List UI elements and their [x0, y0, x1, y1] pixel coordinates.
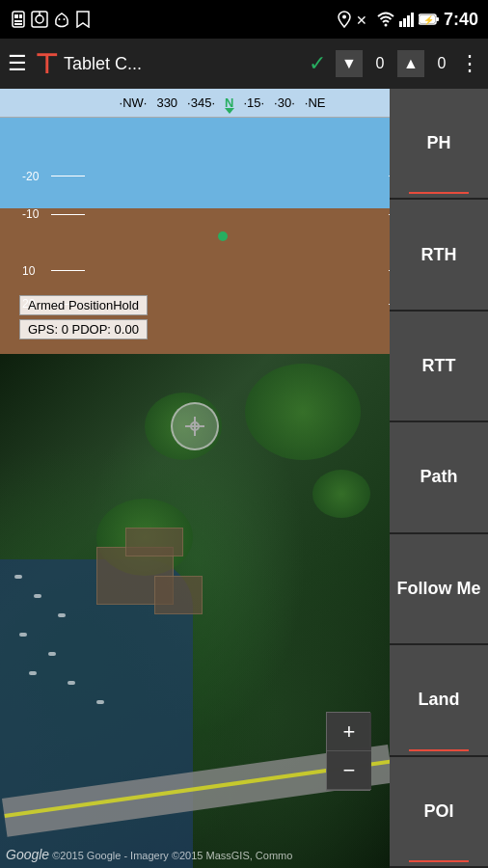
- svg-text:⚡: ⚡: [423, 14, 435, 26]
- compass-north: N: [220, 95, 238, 110]
- overflow-menu[interactable]: ⋮: [459, 51, 480, 76]
- svg-rect-18: [436, 17, 439, 21]
- hamburger-menu[interactable]: ☰: [8, 51, 27, 76]
- download-count: 0: [372, 55, 388, 72]
- tree-cluster-1: [245, 364, 361, 460]
- app-icon: [52, 11, 71, 28]
- clock: 7:40: [444, 10, 478, 30]
- side-panel: PH RTH RTT Path Follow Me Land POI: [390, 89, 488, 868]
- tree-cluster-3: [312, 470, 370, 518]
- compass-30: ·30·: [269, 95, 300, 110]
- svg-point-10: [342, 15, 346, 19]
- boat-2: [48, 652, 56, 656]
- ph-underline: [409, 192, 468, 194]
- rtt-button[interactable]: RTT: [390, 312, 488, 422]
- app-title: Tablet C...: [64, 54, 309, 74]
- zoom-controls: + −: [326, 712, 370, 791]
- poi-label: POI: [423, 801, 453, 822]
- status-bar: ✕ ⚡ 7:40: [0, 0, 488, 39]
- svg-point-12: [384, 24, 387, 27]
- gps-status: GPS: 0 PDOP: 0.00: [19, 319, 148, 339]
- main-content: ·NW· 330 ·345· N ·15· ·30· ·NE -20: [0, 89, 488, 868]
- svg-point-8: [59, 18, 61, 20]
- compass-ne: ·NE: [300, 95, 331, 110]
- ph-label: PH: [426, 133, 450, 153]
- svg-rect-3: [14, 20, 22, 22]
- svg-rect-13: [399, 21, 402, 27]
- bookmark-icon: [75, 11, 91, 28]
- land-underline: [409, 749, 468, 751]
- wifi-icon: [376, 12, 395, 27]
- crosshair-circle: [190, 421, 200, 431]
- app-logo: ⊤: [35, 48, 58, 80]
- top-bar: ☰ ⊤ Tablet C... ✓ ▼ 0 ▲ 0 ⋮: [0, 39, 488, 89]
- svg-rect-1: [14, 14, 18, 18]
- svg-rect-15: [407, 15, 410, 27]
- rtt-label: RTT: [422, 356, 456, 376]
- svg-rect-2: [19, 14, 22, 18]
- zoom-in-button[interactable]: +: [327, 713, 371, 751]
- svg-text:✕: ✕: [356, 13, 367, 28]
- status-left-icons: [10, 11, 91, 28]
- boat-6: [68, 681, 75, 685]
- battery-icon: ⚡: [419, 13, 440, 26]
- map-area[interactable]: + − Google ©2015 Google - Imagery ©2015 …: [0, 354, 390, 868]
- poi-underline: [409, 860, 468, 862]
- compass-nw: ·NW·: [115, 95, 152, 110]
- phone-icon: [31, 11, 48, 28]
- upload-button[interactable]: ▲: [397, 50, 424, 77]
- mute-icon: ✕: [355, 11, 372, 28]
- download-button[interactable]: ▼: [336, 50, 363, 77]
- path-button[interactable]: Path: [390, 422, 488, 533]
- poi-button[interactable]: POI: [390, 757, 488, 868]
- map-copyright: Google ©2015 Google - Imagery ©2015 Mass…: [6, 847, 292, 862]
- compass-bar: ·NW· 330 ·345· N ·15· ·30· ·NE: [0, 89, 445, 118]
- google-logo: Google: [6, 847, 49, 862]
- compass-15: ·15·: [238, 95, 269, 110]
- building-2: [154, 576, 203, 614]
- path-label: Path: [420, 467, 457, 487]
- compass-330: 330: [151, 95, 182, 110]
- flight-display: ·NW· 330 ·345· N ·15· ·30· ·NE -20: [0, 89, 445, 354]
- check-icon: ✓: [309, 51, 326, 76]
- rth-label: RTH: [421, 245, 457, 265]
- rth-button[interactable]: RTH: [390, 200, 488, 311]
- sim-icon: [10, 11, 27, 28]
- gps-crosshair: [185, 417, 204, 436]
- gps-marker: [171, 402, 219, 450]
- boat-3: [19, 633, 27, 637]
- boat-7: [96, 700, 104, 704]
- top-bar-actions: ✓ ▼ 0 ▲ 0 ⋮: [309, 50, 480, 77]
- building-3: [125, 528, 183, 556]
- zoom-out-button[interactable]: −: [327, 751, 371, 790]
- boat-4: [58, 613, 66, 617]
- boat-5: [34, 594, 41, 598]
- location-icon: [338, 11, 351, 28]
- land-button[interactable]: Land: [390, 645, 488, 756]
- signal-icon: [399, 12, 415, 27]
- svg-rect-4: [14, 23, 22, 25]
- status-right-icons: ✕ ⚡ 7:40: [338, 10, 478, 30]
- armed-status: Armed PositionHold: [19, 295, 148, 315]
- compass-345: ·345·: [182, 95, 220, 110]
- copyright-text: ©2015 Google - Imagery ©2015 MassGIS, Co…: [52, 850, 292, 861]
- svg-rect-16: [411, 13, 414, 27]
- svg-rect-14: [403, 18, 406, 27]
- follow-me-button[interactable]: Follow Me: [390, 534, 488, 645]
- upload-count: 0: [434, 55, 449, 72]
- boat-8: [14, 575, 22, 579]
- ph-button[interactable]: PH: [390, 89, 488, 200]
- boat-1: [29, 671, 37, 675]
- svg-point-9: [64, 18, 66, 20]
- land-label: Land: [419, 690, 460, 710]
- follow-me-label: Follow Me: [397, 579, 481, 599]
- svg-point-6: [36, 15, 43, 23]
